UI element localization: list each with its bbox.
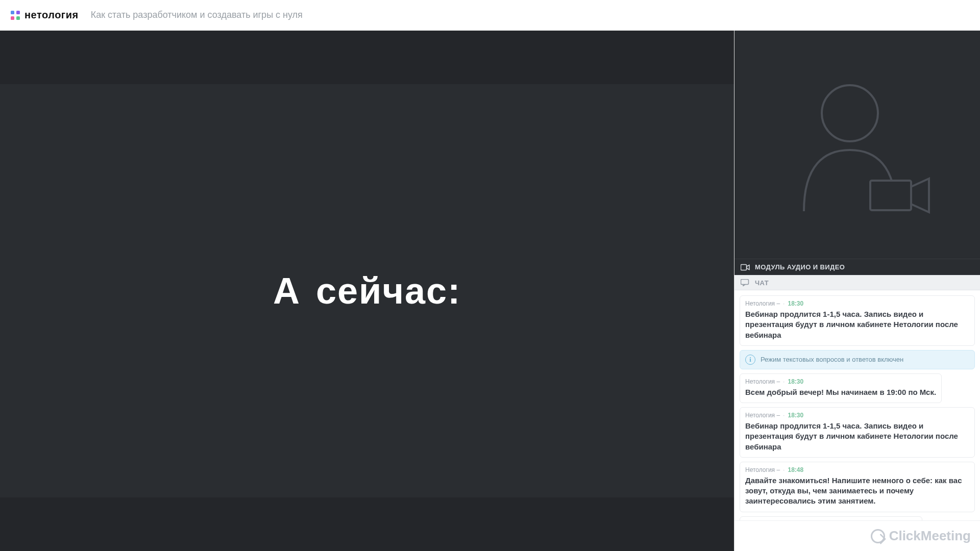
presentation-stage[interactable]: Асейчас: xyxy=(0,31,734,551)
chat-header[interactable]: ЧАТ xyxy=(734,275,980,290)
chat-message-text: Вебинар продлится 1-1,5 часа. Запись вид… xyxy=(745,421,969,452)
av-module-label: МОДУЛЬ АУДИО И ВИДЕО xyxy=(755,263,845,271)
chat-message-sep: · xyxy=(783,466,785,473)
chat-message-text: Давайте знакомиться! Напишите немного о … xyxy=(745,475,969,507)
chat-message-author: Нетология – xyxy=(745,300,780,307)
chat-message-time: 18:30 xyxy=(788,412,803,419)
svg-rect-3 xyxy=(16,16,20,20)
slide-text-part-a: А xyxy=(273,270,301,311)
stage-center: Асейчас: xyxy=(0,84,734,497)
chat-message-author: Нетология – xyxy=(745,466,780,473)
chat-messages[interactable]: Нетология – · 18:30 Вебинар продлится 1-… xyxy=(734,290,980,520)
svg-point-4 xyxy=(822,85,878,141)
brand-logo-text: нетология xyxy=(24,9,79,21)
chat-message-text: Вебинар продлится 1-1,5 часа. Запись вид… xyxy=(745,309,969,340)
stage-letterbox-bottom xyxy=(0,497,734,551)
chat-notice: i Режим текстовых вопросов и ответов вкл… xyxy=(740,350,975,369)
chat-notice-text: Режим текстовых вопросов и ответов включ… xyxy=(761,356,903,363)
app-header: нетология Как стать разработчиком и созд… xyxy=(0,0,980,31)
chat-message-time: 18:48 xyxy=(788,466,803,473)
chat-message-time: 18:30 xyxy=(788,378,803,385)
chat-icon xyxy=(741,279,750,286)
svg-rect-1 xyxy=(16,11,20,14)
main-content: Асейчас: xyxy=(0,31,980,551)
chat-message: Нетология – · 18:48 Давайте знакомиться!… xyxy=(740,462,975,512)
chat-message-sep: · xyxy=(783,378,785,385)
svg-rect-5 xyxy=(870,181,911,210)
provider-brand-icon xyxy=(871,529,885,543)
svg-rect-2 xyxy=(11,16,14,20)
chat-message: Нетология – · 18:30 Вебинар продлится 1-… xyxy=(740,295,975,346)
right-sidebar: МОДУЛЬ АУДИО И ВИДЕО ЧАТ Нетология – · 1… xyxy=(734,31,980,551)
svg-rect-6 xyxy=(741,264,747,270)
brand-logo[interactable]: нетология xyxy=(10,9,79,21)
svg-rect-0 xyxy=(11,11,14,14)
slide-text: Асейчас: xyxy=(273,270,461,312)
stage-letterbox-top xyxy=(0,31,734,84)
av-module-header[interactable]: МОДУЛЬ АУДИО И ВИДЕО xyxy=(734,259,980,275)
brand-logo-icon xyxy=(10,10,20,20)
presenter-avatar-placeholder xyxy=(783,73,932,216)
page-title: Как стать разработчиком и создавать игры… xyxy=(91,10,303,20)
svg-rect-7 xyxy=(741,280,749,285)
chat-message-author: Нетология – xyxy=(745,378,780,385)
chat-footer: ClickMeeting xyxy=(734,520,980,551)
slide-text-part-b: сейчас: xyxy=(316,270,461,311)
chat-message-author: Нетология – xyxy=(745,412,780,419)
chat-message-text: Всем добрый вечер! Мы начинаем в 19:00 п… xyxy=(745,387,936,397)
chat-message-sep: · xyxy=(783,300,785,307)
camera-icon xyxy=(741,264,750,271)
chat-message-time: 18:30 xyxy=(788,300,803,307)
chat-message: Нетология – · 18:30 Всем добрый вечер! М… xyxy=(740,373,942,403)
info-icon: i xyxy=(745,355,755,365)
video-panel[interactable] xyxy=(734,31,980,259)
chat-label: ЧАТ xyxy=(755,279,769,287)
chat-message: Мария · 18:49 Мария, люблю играть в комп… xyxy=(740,516,922,521)
provider-brand: ClickMeeting xyxy=(871,528,971,544)
provider-brand-text: ClickMeeting xyxy=(889,528,971,544)
chat-message: Нетология – · 18:30 Вебинар продлится 1-… xyxy=(740,407,975,458)
chat-message-sep: · xyxy=(783,412,785,419)
